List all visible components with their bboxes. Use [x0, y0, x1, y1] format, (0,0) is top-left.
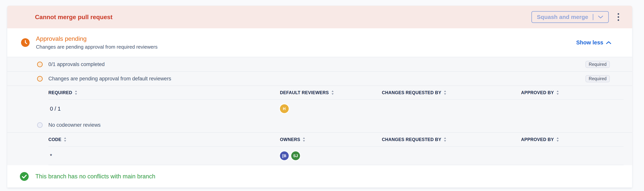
button-divider [593, 14, 593, 20]
code-pattern-cell: * [48, 153, 280, 159]
pending-circle-icon [37, 62, 43, 67]
column-header-default-reviewers[interactable]: DEFAULT REVIEWERS [280, 90, 382, 95]
sort-icon[interactable] [556, 137, 559, 142]
required-badge: Required [586, 75, 610, 82]
sort-icon[interactable] [74, 90, 78, 95]
check-row-approvals-count[interactable]: 0/1 approvals completed Required [7, 57, 632, 71]
sort-icon[interactable] [556, 90, 559, 95]
pending-circle-icon [37, 76, 43, 82]
sort-icon[interactable] [444, 90, 446, 95]
approvals-pending-section: Approvals pending Changes are pending ap… [7, 28, 632, 57]
column-header-code[interactable]: CODE [48, 137, 280, 142]
required-count-cell: 0 / 1 [48, 106, 280, 112]
sort-icon[interactable] [302, 137, 305, 142]
required-table-row: 0 / 1 H [48, 100, 624, 118]
default-reviewers-cell: H [280, 104, 382, 113]
reviewers-detail-panel: REQUIRED DEFAULT REVIEWERS CHANGES REQUE… [7, 86, 632, 165]
check-label: 0/1 approvals completed [48, 61, 104, 67]
sort-icon[interactable] [331, 90, 334, 95]
approvals-pending-subtitle: Changes are pending approval from requir… [36, 44, 158, 50]
chevron-down-icon[interactable] [598, 15, 603, 19]
no-conflicts-label: This branch has no conflicts with main b… [35, 173, 155, 180]
avatar[interactable]: SJ [291, 151, 300, 160]
sort-icon[interactable] [444, 137, 446, 142]
merge-checks-card: Cannot merge pull request Squash and mer… [7, 6, 632, 187]
chevron-up-icon [606, 41, 611, 44]
column-header-approved-by[interactable]: APPROVED BY [521, 137, 624, 142]
check-row-codeowner[interactable]: No codeowner reviews [7, 118, 632, 133]
column-header-changes-requested-by[interactable]: CHANGES REQUESTED BY [382, 137, 521, 142]
codeowner-table-header-row: CODE OWNERS CHANGES REQUESTED BY APPROVE… [48, 133, 624, 147]
owners-cell: [B SJ [280, 151, 382, 160]
show-less-label: Show less [576, 39, 603, 46]
avatar[interactable]: [B [280, 151, 289, 160]
banner-actions: Squash and merge [532, 11, 621, 23]
avatar[interactable]: H [280, 104, 289, 113]
squash-and-merge-button[interactable]: Squash and merge [532, 11, 609, 23]
column-header-owners[interactable]: OWNERS [280, 137, 382, 142]
check-circle-icon [20, 172, 29, 181]
check-row-default-reviewers[interactable]: Changes are pending approval from defaul… [7, 71, 632, 86]
show-less-toggle[interactable]: Show less [576, 39, 611, 46]
column-header-changes-requested-by[interactable]: CHANGES REQUESTED BY [382, 90, 521, 95]
approvals-header-text: Approvals pending Changes are pending ap… [36, 35, 158, 50]
squash-and-merge-label: Squash and merge [537, 14, 588, 20]
required-badge: Required [586, 61, 610, 68]
sort-icon[interactable] [64, 137, 66, 142]
no-conflicts-section: This branch has no conflicts with main b… [7, 165, 632, 187]
clock-icon [21, 38, 30, 47]
banner-title: Cannot merge pull request [35, 14, 112, 21]
neutral-circle-icon [37, 122, 43, 128]
column-header-required[interactable]: REQUIRED [48, 90, 280, 95]
check-label: No codeowner reviews [48, 122, 100, 128]
cannot-merge-banner: Cannot merge pull request Squash and mer… [7, 6, 632, 28]
codeowner-table-row: * [B SJ [48, 147, 624, 165]
kebab-menu-icon[interactable] [616, 12, 621, 22]
column-header-approved-by[interactable]: APPROVED BY [521, 90, 624, 95]
check-label: Changes are pending approval from defaul… [48, 76, 171, 82]
required-table-header-row: REQUIRED DEFAULT REVIEWERS CHANGES REQUE… [48, 86, 624, 100]
approvals-pending-title: Approvals pending [36, 35, 158, 42]
